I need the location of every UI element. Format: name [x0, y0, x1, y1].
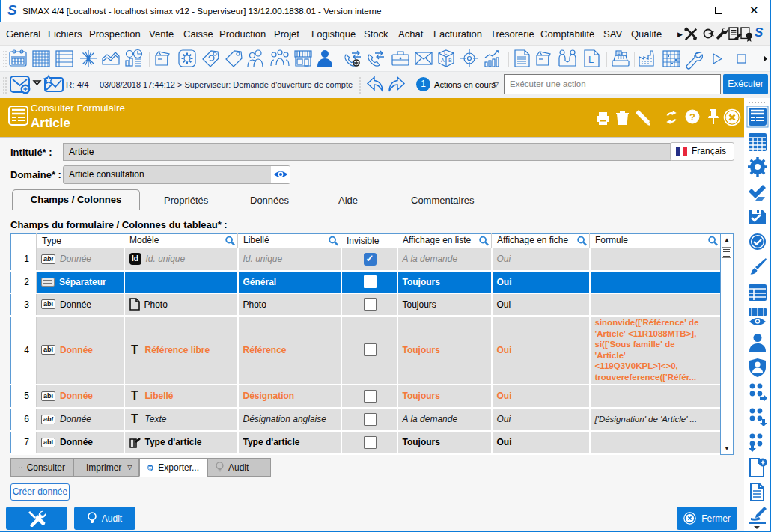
svg-text:?: ?	[689, 111, 695, 123]
svg-text:C: C	[444, 51, 448, 55]
svg-text:L: L	[588, 54, 594, 65]
svg-text:A: A	[441, 58, 445, 63]
svg-text:B: B	[448, 58, 452, 63]
